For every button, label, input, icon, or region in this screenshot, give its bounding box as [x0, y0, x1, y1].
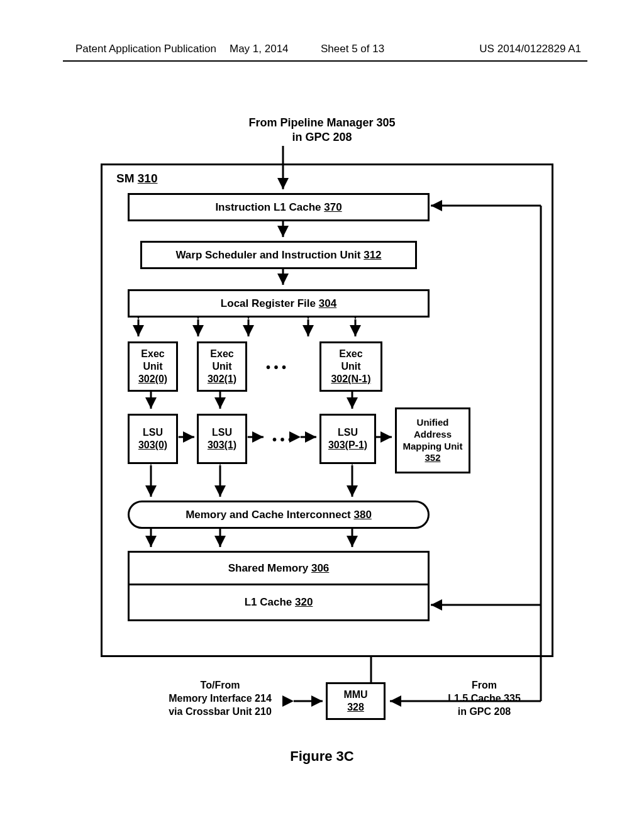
top-label: From Pipeline Manager 305 in GPC 208: [0, 116, 644, 144]
sm-label: SM 310: [116, 172, 157, 185]
bottom-left-label: To/From Memory Interface 214 via Crossba…: [145, 679, 296, 718]
lsu0-ref: 303(0): [138, 440, 167, 450]
execN-l2: Unit: [341, 361, 360, 372]
warp-ref: 312: [364, 249, 381, 261]
exec1-l1: Exec: [210, 348, 233, 359]
memcache-ref: 380: [353, 509, 371, 521]
br-l3: in GPC 208: [458, 706, 511, 717]
l1cache-text: L1 Cache: [245, 596, 292, 608]
sm-label-text: SM: [116, 172, 135, 185]
bl-l3: via Crossbar Unit 210: [169, 706, 272, 717]
lsuP-ref: 303(P-1): [328, 440, 367, 450]
header-pubno: US 2014/0122829 A1: [479, 43, 581, 55]
bl-l1: To/From: [201, 680, 240, 690]
regfile-text: Local Register File: [221, 297, 316, 309]
exec1-ref: 302(1): [208, 374, 236, 384]
dots-exec: • • •: [266, 360, 286, 375]
exec0-ref: 302(0): [138, 374, 167, 384]
block-lsuP: LSU 303(P-1): [319, 414, 376, 464]
block-shmem: Shared Memory 306: [128, 551, 430, 585]
block-memcache: Memory and Cache Interconnect 380: [128, 501, 430, 529]
header-date: May 1, 2014: [230, 43, 289, 55]
block-execN: Exec Unit 302(N-1): [319, 341, 382, 392]
lsuP-l1: LSU: [338, 427, 358, 438]
lsu1-ref: 303(1): [208, 440, 236, 450]
mmu-ref: 328: [347, 702, 364, 712]
block-lsu0: LSU 303(0): [128, 414, 178, 464]
block-l1cache: L1 Cache 320: [128, 584, 430, 621]
exec0-l1: Exec: [141, 348, 164, 359]
block-uam: Unified Address Mapping Unit 352: [395, 407, 470, 473]
regfile-ref: 304: [319, 297, 336, 309]
header-pubtype: Patent Application Publication: [75, 43, 216, 55]
br-l1: From: [472, 680, 497, 690]
lsu0-l1: LSU: [143, 427, 163, 438]
block-exec0: Exec Unit 302(0): [128, 341, 178, 392]
sm-label-ref: 310: [138, 172, 158, 185]
figure-caption: Figure 3C: [0, 748, 644, 765]
l1cache-ref: 320: [295, 596, 313, 608]
block-mmu: MMU 328: [326, 682, 386, 720]
figure-area: SM 310 Instruction L1 Cache 370 Warp Sch…: [101, 163, 553, 729]
exec1-l2: Unit: [212, 361, 231, 372]
top-label-line2: in GPC 208: [292, 131, 352, 143]
block-exec1: Exec Unit 302(1): [197, 341, 247, 392]
uam-ref: 352: [425, 452, 440, 463]
block-regfile: Local Register File 304: [128, 289, 430, 318]
warp-text: Warp Scheduler and Instruction Unit: [175, 249, 360, 261]
sm-box: SM 310 Instruction L1 Cache 370 Warp Sch…: [101, 163, 553, 657]
memcache-text: Memory and Cache Interconnect: [186, 509, 351, 521]
block-lsu1: LSU 303(1): [197, 414, 247, 464]
block-icache: Instruction L1 Cache 370: [128, 193, 430, 221]
top-label-line1: From Pipeline Manager 305: [248, 116, 395, 129]
bl-l2: Memory Interface 214: [169, 693, 272, 704]
lsu1-l1: LSU: [212, 427, 232, 438]
shmem-text: Shared Memory: [228, 562, 309, 574]
execN-l1: Exec: [339, 348, 362, 359]
shmem-ref: 306: [311, 562, 329, 574]
icache-text: Instruction L1 Cache: [215, 201, 321, 213]
exec0-l2: Unit: [143, 361, 162, 372]
icache-ref: 370: [324, 201, 341, 213]
header-rule: [63, 60, 587, 62]
bottom-right-label: From L1.5 Cache 335 in GPC 208: [421, 679, 547, 718]
execN-ref: 302(N-1): [331, 374, 370, 384]
mmu-l1: MMU: [343, 689, 367, 700]
dots-lsu: • • •: [272, 433, 292, 447]
uam-l1: Unified: [417, 417, 449, 428]
block-warp: Warp Scheduler and Instruction Unit 312: [140, 241, 417, 269]
uam-l3: Mapping Unit: [403, 441, 463, 451]
br-l2: L1.5 Cache 335: [448, 693, 521, 704]
uam-l2: Address: [414, 429, 452, 440]
header-sheet: Sheet 5 of 13: [321, 43, 384, 55]
